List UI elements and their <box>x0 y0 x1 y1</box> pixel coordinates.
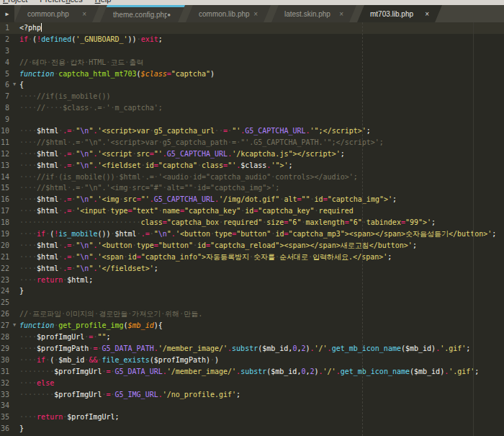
whitespace-dots: · <box>45 356 50 364</box>
whitespace-dots: · <box>315 207 319 215</box>
code-line[interactable]: 7····//if(is_mobile()) <box>0 91 504 102</box>
code-line[interactable]: 14····//if·(is_mobile())·$html·.=·'<audi… <box>0 172 504 183</box>
line-number: 22 <box>0 263 9 275</box>
code-line[interactable]: 11····//$html·.=·"\n".'<script>var·g5_ca… <box>0 137 504 148</box>
code-text: ····$html·.=·"\n".'<button·type="button"… <box>19 240 417 252</box>
close-icon[interactable]: × <box>339 10 349 18</box>
code-line[interactable]: 33········$profImgUrl·=·G5_IMG_URL.'/no_… <box>0 389 504 401</box>
line-number: 9 <box>0 114 9 125</box>
code-line[interactable]: 13····$html·.=·"\n".'<fieldset·id="captc… <box>0 160 504 172</box>
code-text: } <box>19 423 24 435</box>
whitespace-dots: · <box>150 127 154 135</box>
tab-common-php[interactable]: common.php × <box>14 5 99 22</box>
code-line[interactable]: 20····$html·.=·"\n".'<button·type="butto… <box>0 240 504 252</box>
code-text: if·(!defined('_GNUBOARD_'))·exit; <box>19 34 163 45</box>
line-number: 33 <box>0 389 9 401</box>
code-line[interactable]: 10····$html·.=·"\n".'<script>var·g5_capt… <box>0 125 504 137</box>
code-text: ····else <box>19 378 54 389</box>
code-line[interactable]: 30····if·(·$mb_id·&&·file_exists($profIm… <box>0 355 504 366</box>
line-number: 27 <box>0 320 9 332</box>
code-line[interactable]: 17····$html·.=·'<input·type="text"·name=… <box>0 205 504 217</box>
whitespace-dots: · <box>63 413 67 421</box>
code-line[interactable]: 24} <box>0 285 504 297</box>
code-line[interactable]: 34 <box>0 400 504 411</box>
fold-arrow-icon[interactable]: ▼ <box>9 320 19 332</box>
whitespace-dots: · <box>132 241 137 249</box>
whitespace-dots: · <box>279 195 284 203</box>
code-line[interactable]: 16····$html·.=·"\n".'<img·src="'.G5_CAPT… <box>0 194 504 205</box>
code-line[interactable]: 23····return·$html; <box>0 275 504 286</box>
code-line[interactable]: 12····$html·.=·"\n".'<script·src="'.G5_C… <box>0 148 504 160</box>
line-number: 29 <box>0 343 9 355</box>
line-number: 6 <box>0 79 9 91</box>
code-line[interactable]: 29····$profImgPath·=·G5_DATA_PATH.'/memb… <box>0 343 504 355</box>
code-text: function·get_profile_img($mb_id){ <box>19 320 163 332</box>
code-line[interactable]: 26//·프로파일·이미지의·경로만을·가져오기·위해·만듦. <box>0 308 504 320</box>
whitespace-dots: · <box>80 138 84 146</box>
code-text: ····$html·.=·"\n".'<script>var·g5_captch… <box>19 125 371 137</box>
code-text: ····return·$profImgUrl; <box>19 411 120 423</box>
whitespace-dots: ···· <box>19 230 37 238</box>
code-line[interactable]: 9 <box>0 114 504 125</box>
whitespace-dots: · <box>106 58 110 66</box>
line-number: 30 <box>0 355 9 366</box>
whitespace-dots: · <box>45 230 50 238</box>
code-line[interactable]: 21····$html·.=·"\n".'<span·id="captcha_i… <box>0 252 504 263</box>
code-line[interactable]: 28····$profImgUrl·=·""; <box>0 332 504 343</box>
tab-mt703-lib-php[interactable]: mt703.lib.php × <box>357 5 442 22</box>
menu-bar: Project Preferences Help <box>0 0 504 5</box>
tab-theme-config-php[interactable]: theme.config.php ● <box>100 5 185 22</box>
menu-item-preferences[interactable]: Preferences <box>40 0 82 4</box>
code-line[interactable]: 36} <box>0 423 504 435</box>
code-line[interactable]: 1<?php <box>0 22 504 34</box>
whitespace-dots: · <box>128 184 132 192</box>
whitespace-dots: · <box>210 230 215 238</box>
whitespace-dots: · <box>249 253 253 261</box>
close-icon[interactable]: × <box>253 10 264 18</box>
code-line[interactable]: 35····return·$profImgUrl; <box>0 411 504 423</box>
code-line[interactable]: 31········$profImgUrl·=·G5_DATA_URL.'/me… <box>0 366 504 378</box>
code-line[interactable]: 32····else <box>0 378 504 389</box>
tabs-overflow-button[interactable]: ▶ <box>0 5 14 22</box>
code-line[interactable]: 27▼function·get_profile_img($mb_id){ <box>0 320 504 332</box>
line-number: 16 <box>0 194 9 205</box>
close-icon[interactable]: × <box>82 10 92 18</box>
whitespace-dots: · <box>271 230 275 238</box>
code-line[interactable]: 8····//····$class·.=·'·m_captcha'; <box>0 102 504 114</box>
whitespace-dots: ···· <box>19 413 37 421</box>
whitespace-dots: ···· <box>19 127 37 135</box>
line-number: 23 <box>0 275 9 286</box>
close-icon[interactable]: × <box>425 10 435 18</box>
menu-item-help[interactable]: Help <box>95 0 112 4</box>
code-line[interactable]: 15····//$html·.=·"\n".'<img·src="#"·alt=… <box>0 182 504 194</box>
code-text: ····//$html·.=·"\n".'<script>var·g5_capt… <box>19 137 384 148</box>
whitespace-dots: · <box>111 104 115 112</box>
code-lines-container: 1<?php2if·(!defined('_GNUBOARD_'))·exit;… <box>0 22 504 435</box>
whitespace-dots: ···· <box>19 356 37 364</box>
code-line[interactable]: 5function·captcha_html_mt703($class="cap… <box>0 68 504 80</box>
code-line[interactable]: 22····$html·.=·"\n".'</fieldset>'; <box>0 263 504 275</box>
tab-label: theme.config.php <box>113 11 167 19</box>
code-line[interactable]: 19····if·(!is_mobile())·$html·.=·"\n".'<… <box>0 228 504 240</box>
code-line[interactable]: 4//·테마·전용·캅차·HTML·코드·출력 <box>0 57 504 68</box>
code-line[interactable]: 18····························class="cap… <box>0 217 504 228</box>
tab-common-lib-php[interactable]: common.lib.php × <box>186 5 271 22</box>
code-line[interactable]: 6▼{ <box>0 79 504 91</box>
code-text: ····if·(!is_mobile())·$html·.=·"\n".'<bu… <box>19 228 496 240</box>
code-editor[interactable]: 1<?php2if·(!defined('_GNUBOARD_'))·exit;… <box>0 22 504 436</box>
code-line[interactable]: 3 <box>0 45 504 57</box>
whitespace-dots: ···· <box>19 138 37 146</box>
line-number: 25 <box>0 297 9 308</box>
whitespace-dots: · <box>301 218 305 226</box>
code-line[interactable]: 2if·(!defined('_GNUBOARD_'))·exit; <box>0 34 504 45</box>
editor-right-divider <box>473 22 474 436</box>
tab-latest-skin-php[interactable]: latest.skin.php × <box>271 5 356 22</box>
whitespace-dots: ···· <box>19 253 37 261</box>
menu-item-project[interactable]: Project <box>3 0 27 4</box>
code-line[interactable]: 25 <box>0 297 504 308</box>
whitespace-dots: · <box>28 35 32 43</box>
modified-dot-icon[interactable]: ● <box>167 12 178 18</box>
whitespace-dots: ···· <box>19 207 37 215</box>
fold-arrow-icon[interactable]: ▼ <box>9 79 19 91</box>
whitespace-dots: ···· <box>45 104 63 112</box>
